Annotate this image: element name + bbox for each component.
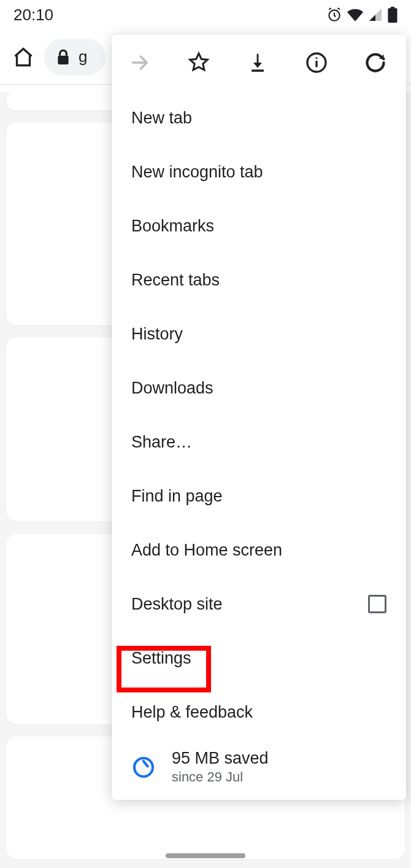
- battery-icon: [388, 7, 398, 23]
- svg-point-7: [316, 57, 318, 59]
- svg-rect-2: [391, 7, 395, 9]
- menu-item-label: Help & feedback: [131, 703, 386, 722]
- signal-icon: [368, 7, 383, 22]
- svg-rect-3: [58, 55, 68, 64]
- status-icons: [326, 7, 398, 23]
- status-bar: 20:10: [0, 0, 411, 29]
- menu-item-label: Desktop site: [131, 595, 368, 614]
- menu-item-label: New incognito tab: [131, 163, 386, 182]
- data-saver-text: 95 MB saved since 29 Jul: [172, 749, 269, 785]
- menu-item-label: Settings: [131, 649, 386, 668]
- menu-item-add-to-home-screen[interactable]: Add to Home screen: [112, 523, 406, 577]
- data-saver-amount: 95 MB saved: [172, 749, 269, 768]
- overflow-menu: New tab New incognito tab Bookmarks Rece…: [112, 34, 406, 800]
- svg-rect-4: [252, 69, 264, 72]
- menu-item-history[interactable]: History: [112, 307, 406, 361]
- menu-item-label: Share…: [131, 433, 386, 452]
- menu-item-recent-tabs[interactable]: Recent tabs: [112, 253, 406, 307]
- menu-item-label: Find in page: [131, 487, 386, 506]
- menu-item-find-in-page[interactable]: Find in page: [112, 469, 406, 523]
- menu-item-label: Recent tabs: [131, 271, 386, 290]
- data-saver-since: since 29 Jul: [172, 769, 269, 785]
- menu-item-label: Downloads: [131, 379, 386, 398]
- menu-item-label: New tab: [131, 109, 386, 128]
- menu-item-share[interactable]: Share…: [112, 415, 406, 469]
- address-text: g: [79, 47, 87, 66]
- reload-button[interactable]: [362, 49, 389, 76]
- data-saver-icon: [131, 755, 156, 780]
- menu-item-new-tab[interactable]: New tab: [112, 91, 406, 145]
- menu-item-bookmarks[interactable]: Bookmarks: [112, 199, 406, 253]
- menu-item-label: Bookmarks: [131, 217, 386, 236]
- menu-item-downloads[interactable]: Downloads: [112, 361, 406, 415]
- menu-item-help-feedback[interactable]: Help & feedback: [112, 685, 406, 739]
- download-button[interactable]: [244, 49, 271, 76]
- alarm-icon: [326, 7, 342, 23]
- menu-item-data-saver[interactable]: 95 MB saved since 29 Jul: [112, 739, 406, 790]
- info-button[interactable]: [303, 49, 330, 76]
- menu-item-new-incognito-tab[interactable]: New incognito tab: [112, 145, 406, 199]
- address-bar[interactable]: g: [44, 39, 106, 76]
- forward-button[interactable]: [126, 49, 153, 76]
- wifi-icon: [347, 7, 363, 22]
- desktop-site-checkbox[interactable]: [368, 595, 386, 613]
- svg-rect-1: [388, 8, 397, 23]
- bookmark-button[interactable]: [185, 49, 212, 76]
- lock-icon: [56, 49, 70, 65]
- menu-item-desktop-site[interactable]: Desktop site: [112, 577, 406, 631]
- menu-item-label: History: [131, 325, 386, 344]
- status-time: 20:10: [13, 6, 53, 25]
- home-button[interactable]: [12, 46, 34, 68]
- nav-handle[interactable]: [166, 853, 245, 858]
- menu-item-settings[interactable]: Settings: [112, 631, 406, 685]
- menu-item-label: Add to Home screen: [131, 541, 386, 560]
- menu-icon-row: [112, 34, 406, 91]
